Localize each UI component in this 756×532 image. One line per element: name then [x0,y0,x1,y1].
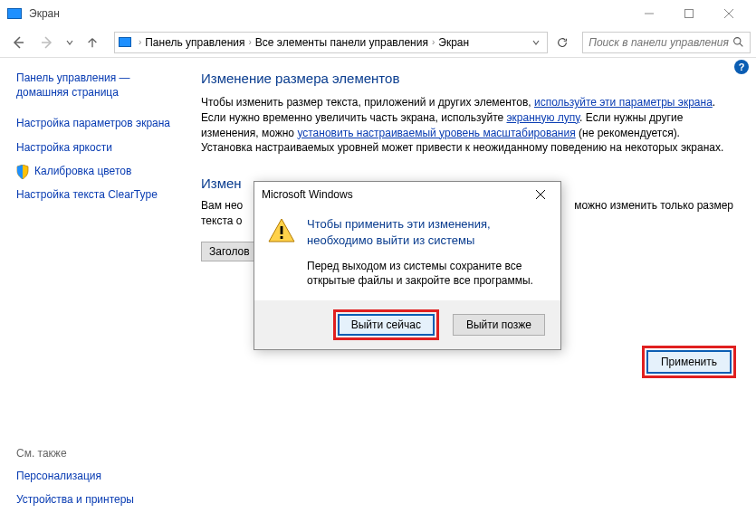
sidebar-home-link[interactable]: Панель управления — домашняя страница [16,71,172,100]
search-icon[interactable] [732,36,744,48]
up-button[interactable] [80,30,105,55]
signout-now-button[interactable]: Выйти сейчас [338,314,435,336]
warning-icon [267,216,296,245]
sidebar-link-brightness[interactable]: Настройка яркости [16,140,112,155]
control-panel-icon [119,37,131,47]
signout-now-highlight: Выйти сейчас [333,309,439,340]
link-display-settings[interactable]: используйте эти параметры экрана [534,96,713,109]
breadcrumb-item[interactable]: Экран [438,36,469,49]
visible-tail-text: можно изменить только размер [574,198,733,214]
dialog-heading: Чтобы применить эти изменения, необходим… [307,216,548,248]
see-also-heading: См. также [16,447,179,460]
minimize-button[interactable] [629,0,669,27]
dialog-title: Microsoft Windows [262,188,353,201]
close-button[interactable] [709,0,749,27]
chevron-right-icon: › [428,37,438,47]
see-also-devices[interactable]: Устройства и принтеры [16,492,179,507]
dialog-close-button[interactable] [528,185,553,204]
search-box[interactable] [582,32,751,53]
maximize-button[interactable] [669,0,709,27]
svg-rect-1 [685,10,694,18]
sidebar-link-display-params[interactable]: Настройка параметров экрана [16,116,170,130]
apply-button[interactable]: Применить [646,350,732,374]
window-controls [629,0,749,27]
toolbar: › Панель управления › Все элементы панел… [0,27,756,58]
search-input[interactable] [589,36,732,49]
sidebar-link-color-calibration[interactable]: Калибровка цветов [34,164,131,178]
page-heading: Изменение размера элементов [201,71,729,86]
recent-dropdown-icon[interactable] [63,30,76,55]
dialog-message: Перед выходом из системы сохраните все о… [307,259,548,288]
chevron-right-icon: › [244,37,254,47]
chevron-down-icon[interactable] [529,39,543,46]
chevron-right-icon: › [135,37,145,47]
svg-rect-10 [281,226,283,234]
breadcrumb-item[interactable]: Панель управления [145,36,244,49]
signout-later-button[interactable]: Выйти позже [453,314,545,336]
shield-icon [16,165,29,179]
sidebar: Панель управления — домашняя страница На… [0,58,181,532]
svg-rect-11 [281,236,283,239]
app-icon [7,8,22,19]
window-title: Экран [29,7,60,20]
svg-line-7 [740,43,742,46]
see-also-personalization[interactable]: Персонализация [16,469,179,483]
apply-button-highlight: Применить [642,346,736,378]
link-magnifier[interactable]: экранную лупу [507,111,580,124]
refresh-button[interactable] [551,32,573,53]
window-titlebar: Экран [0,0,756,27]
dialog-titlebar: Microsoft Windows [254,182,560,207]
svg-point-6 [734,38,741,44]
forward-button[interactable] [34,30,60,55]
sidebar-link-cleartype[interactable]: Настройка текста ClearType [16,187,158,202]
intro-text: Чтобы изменить размер текста, приложений… [201,95,726,156]
breadcrumb[interactable]: › Панель управления › Все элементы панел… [114,32,548,53]
help-icon[interactable]: ? [734,60,749,74]
back-button[interactable] [5,30,31,55]
link-custom-scaling[interactable]: установить настраиваемый уровень масштаб… [297,127,575,139]
signout-dialog: Microsoft Windows Чтобы применить эти из… [254,181,561,350]
dialog-button-row: Выйти сейчас Выйти позже [254,300,560,349]
signout-later-wrap: Выйти позже [448,309,550,340]
title-element-dropdown[interactable]: Заголов [201,242,258,261]
breadcrumb-item[interactable]: Все элементы панели управления [255,36,428,49]
